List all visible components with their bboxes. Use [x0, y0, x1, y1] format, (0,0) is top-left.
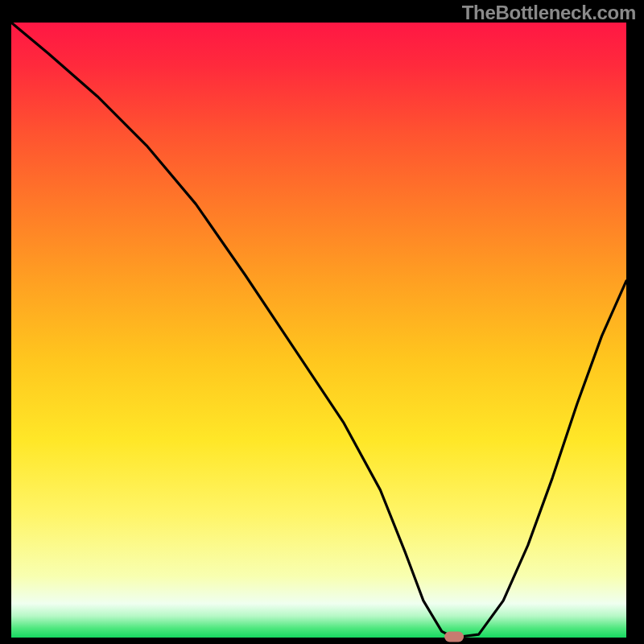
- chart-svg: [0, 0, 644, 644]
- chart-background: [11, 23, 626, 638]
- bottleneck-chart: TheBottleneck.com: [0, 0, 644, 644]
- watermark-label: TheBottleneck.com: [462, 2, 636, 24]
- optimum-marker: [444, 632, 464, 642]
